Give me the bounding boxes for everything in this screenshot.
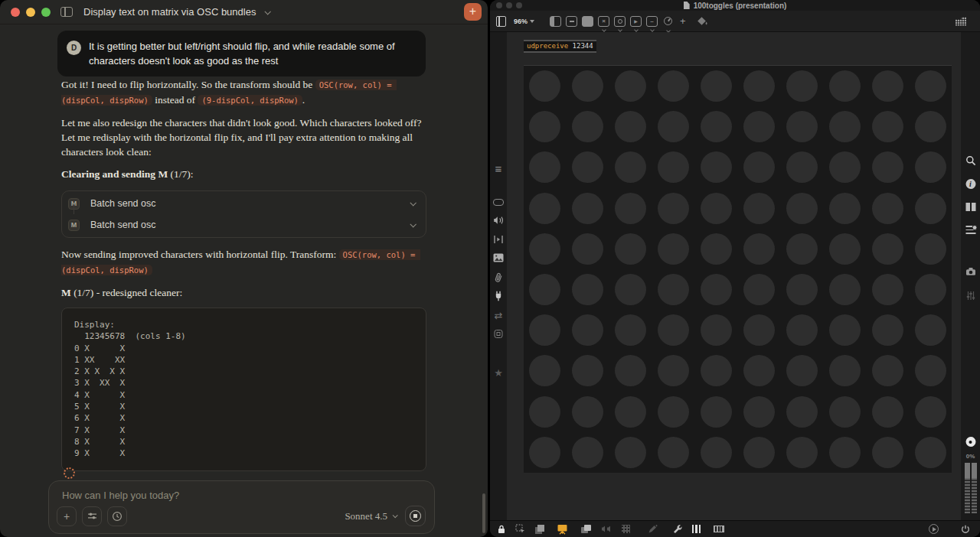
nested-square-icon[interactable] [495, 330, 503, 338]
pen-icon[interactable] [648, 525, 658, 534]
toggle-button[interactable] [872, 193, 903, 224]
layers-icon[interactable] [535, 525, 544, 534]
minimize-window-button[interactable] [26, 8, 35, 17]
zoom-window-button[interactable] [41, 8, 51, 17]
toggle-button[interactable] [615, 396, 646, 428]
toggle-button[interactable] [786, 437, 818, 468]
toggle-button[interactable] [872, 355, 903, 386]
toggle-button[interactable] [615, 314, 646, 346]
toggle-button[interactable] [701, 396, 732, 428]
history-button[interactable] [107, 506, 127, 526]
toggle-button[interactable] [615, 151, 646, 183]
wrench-icon[interactable] [672, 524, 682, 534]
attachment-icon[interactable] [495, 272, 503, 283]
comment-icon[interactable] [582, 16, 593, 27]
toggle-button[interactable] [915, 233, 946, 265]
swap-arrows-icon[interactable]: ⇄ [495, 310, 503, 321]
toggle-button[interactable] [915, 274, 946, 305]
scrollbar-thumb[interactable] [482, 493, 485, 533]
toggle-button[interactable] [786, 111, 818, 142]
audio-icon[interactable] [493, 216, 504, 225]
dial-object-icon[interactable] [662, 16, 674, 27]
toggle-button[interactable] [743, 396, 775, 428]
panel-object-icon[interactable] [493, 199, 504, 206]
toggle-button[interactable] [915, 437, 946, 468]
toggle-button[interactable] [658, 437, 689, 468]
toggle-button[interactable] [572, 314, 603, 346]
toggle-button[interactable] [915, 355, 946, 386]
toggle-button[interactable] [829, 396, 861, 428]
toggle-button[interactable] [701, 274, 732, 305]
toggle-button[interactable] [658, 70, 689, 102]
udpreceive-object[interactable]: udpreceive 12344 [524, 40, 596, 53]
lock-icon[interactable] [498, 525, 505, 534]
power-icon[interactable] [961, 525, 970, 534]
toggle-button[interactable] [658, 355, 689, 386]
grid-palette-icon[interactable] [956, 17, 966, 26]
toggle-button[interactable] [915, 193, 946, 224]
toggle-button[interactable] [529, 193, 560, 224]
toggle-button[interactable] [572, 274, 603, 305]
toggle-button[interactable] [829, 314, 861, 346]
toggle-button[interactable] [743, 193, 775, 224]
search-icon[interactable] [965, 155, 976, 166]
toggle-button[interactable] [615, 70, 646, 102]
toggle-button[interactable] [872, 437, 903, 468]
toggle-button[interactable] [829, 274, 861, 305]
toggle-button[interactable] [615, 233, 646, 265]
toggle-button[interactable] [786, 355, 818, 386]
video-icon[interactable] [494, 235, 504, 244]
patcher-canvas[interactable]: udpreceive 12344 [507, 32, 961, 520]
chevron-down-icon[interactable] [410, 221, 416, 227]
camera-icon[interactable] [965, 267, 976, 276]
toggle-object-icon[interactable]: × [598, 16, 609, 27]
toggle-button[interactable] [615, 437, 646, 468]
toggle-button[interactable] [701, 314, 732, 346]
button-object-icon[interactable] [614, 16, 626, 27]
toggle-button[interactable] [915, 111, 946, 142]
toggle-button[interactable] [872, 70, 903, 102]
keyboard-grid-icon[interactable] [714, 526, 724, 532]
toggle-button[interactable] [829, 355, 861, 386]
playbar-object-icon[interactable]: ▶ [630, 16, 642, 27]
attach-button[interactable]: + [57, 506, 77, 526]
toggle-button[interactable] [915, 314, 946, 346]
toggle-button[interactable] [829, 111, 861, 142]
toggle-button[interactable] [872, 151, 903, 183]
toggle-button[interactable] [786, 70, 818, 102]
favorites-star-icon[interactable]: ★ [494, 367, 503, 379]
toggle-button[interactable] [743, 437, 775, 468]
toggle-button[interactable] [658, 151, 689, 183]
console-icon[interactable] [965, 226, 975, 234]
chat-input[interactable] [62, 490, 391, 501]
toggle-button[interactable] [529, 437, 560, 468]
toggle-button[interactable] [529, 151, 560, 183]
toggle-button[interactable] [743, 314, 775, 346]
plug-icon[interactable] [494, 291, 503, 301]
grid-snap-icon[interactable] [622, 525, 630, 533]
zoom-selector[interactable]: 96% [514, 18, 534, 25]
toggle-button[interactable] [829, 70, 861, 102]
toggle-button[interactable] [872, 233, 903, 265]
toggle-button[interactable] [572, 355, 603, 386]
toggle-button[interactable] [658, 193, 689, 224]
tools-button[interactable] [82, 506, 102, 526]
toggle-button[interactable] [658, 314, 689, 346]
toggle-button[interactable] [572, 193, 603, 224]
toggle-button[interactable] [743, 274, 775, 305]
toggle-button[interactable] [743, 151, 775, 183]
speakers-icon[interactable] [601, 525, 612, 533]
toggle-button[interactable] [701, 355, 732, 386]
toggle-button[interactable] [829, 151, 861, 183]
model-selector[interactable]: Sonnet 4.5 [345, 510, 397, 522]
toggle-button[interactable] [701, 437, 732, 468]
number-object-icon[interactable]: – [646, 16, 658, 27]
toggle-button[interactable] [701, 70, 732, 102]
new-message-icon[interactable] [566, 16, 577, 27]
toggle-button[interactable] [529, 70, 560, 102]
toggle-button[interactable] [786, 193, 818, 224]
presentation-mode-icon[interactable] [557, 524, 568, 535]
toggle-button[interactable] [615, 111, 646, 142]
toggle-button[interactable] [572, 233, 603, 265]
toggle-button[interactable] [701, 111, 732, 142]
